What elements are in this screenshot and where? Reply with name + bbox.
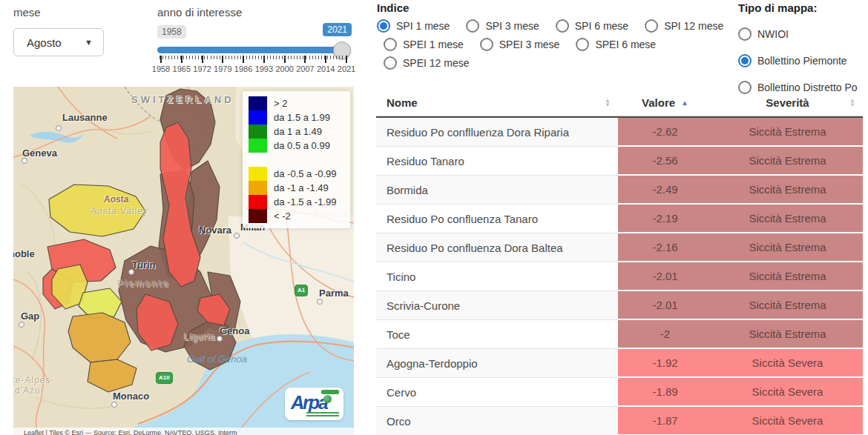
radio-icon[interactable] — [738, 27, 752, 41]
radio-option-spi-3-mese[interactable]: SPI 3 mese — [466, 19, 539, 33]
table-row[interactable]: Ticino-2.01Siccità Estrema — [376, 262, 863, 291]
value-cell: -2.01 — [618, 291, 712, 320]
map-label-noble: noble — [13, 248, 35, 259]
severity-cell: Siccità Estrema — [712, 205, 863, 233]
arpa-logo-globe-icon — [323, 395, 332, 403]
basin-name-cell: Residuo Po confluenza Dora Baltea — [376, 233, 618, 262]
severity-cell: Siccità Estrema — [712, 147, 863, 176]
severity-cell: Siccità Estrema — [712, 176, 863, 205]
column-header-label: Severità — [766, 96, 809, 109]
radio-option-spei-1-mese[interactable]: SPEI 1 mese — [384, 38, 464, 51]
table-row[interactable]: Agogna-Terdoppio-1.92Siccità Severa — [376, 349, 863, 378]
table-row[interactable]: Residuo Po confluenza Tanaro-2.19Siccità… — [376, 205, 863, 233]
legend-label: da 1 a 1.49 — [274, 126, 322, 137]
legend-label: da -0.5 a -0.99 — [274, 168, 337, 179]
slider-major-tick — [304, 56, 306, 63]
radio-icon[interactable] — [738, 54, 752, 67]
slider-tick-label: 1965 — [173, 64, 191, 73]
radio-icon[interactable] — [576, 38, 589, 51]
radio-option-bollettino-piemonte[interactable]: Bollettino Piemonte — [738, 54, 847, 67]
radio-icon[interactable] — [384, 38, 397, 51]
slider-major-tick — [160, 56, 162, 63]
legend-swatch — [249, 110, 267, 124]
column-header-severità[interactable]: Severità▲▼ — [712, 90, 863, 116]
map-label-e-d-azur: e d'Azur — [13, 385, 45, 396]
table-row[interactable]: Residuo Po confluenza Dora Baltea-2.16Si… — [376, 233, 863, 262]
radio-option-spei-6-mese[interactable]: SPEI 6 mese — [576, 38, 656, 51]
radio-icon[interactable] — [480, 38, 493, 51]
table-row[interactable]: Residuo Po conflluenza Dora Riparia-2.62… — [376, 118, 863, 147]
radio-option-spei-12-mese[interactable]: SPEI 12 mese — [384, 56, 470, 70]
legend-row: da -1.5 a -1.99 — [249, 195, 344, 209]
slider-track[interactable] — [157, 47, 349, 53]
value-cell: -2 — [618, 320, 712, 349]
map-label-aosta: Aosta — [104, 194, 128, 205]
slider-tick-label: 2021 — [338, 64, 355, 73]
year-slider[interactable]: 1958 2021 195819651972197919861993200020… — [157, 25, 349, 73]
month-select[interactable]: Agosto ▼ — [13, 28, 104, 56]
radio-label: SPI 1 mese — [396, 20, 450, 32]
column-header-valore[interactable]: Valore▲ — [618, 90, 712, 116]
drought-map[interactable]: SWITZERLANDLausanneGenevanobleAostaAosta… — [13, 87, 354, 435]
table-row[interactable]: Bormida-2.49Siccità Estrema — [376, 176, 863, 205]
radio-icon[interactable] — [377, 19, 390, 33]
basin-name-cell: Bormida — [376, 176, 618, 205]
severity-cell: Siccità Estrema — [712, 291, 863, 320]
sort-icon[interactable]: ▲▼ — [605, 99, 611, 107]
basin-name-cell: Residuo Tanaro — [376, 147, 618, 176]
chevron-down-icon: ▼ — [85, 38, 93, 47]
highway-shield-a10: A10 — [156, 372, 173, 384]
legend-row: da -0.5 a -0.99 — [249, 167, 344, 181]
table-row[interactable]: Orco-1.87Siccità Severa — [376, 407, 863, 435]
radio-label: SPEI 1 mese — [403, 39, 464, 50]
radio-label: Bollettino Piemonte — [757, 55, 847, 67]
slider-major-tick — [263, 56, 265, 63]
value-cell: -1.92 — [618, 349, 712, 378]
value-cell: -1.87 — [618, 407, 712, 435]
radio-option-spi-6-mese[interactable]: SPI 6 mese — [556, 19, 628, 33]
radio-option-spi-12-mese[interactable]: SPI 12 mese — [645, 19, 723, 33]
radio-option-spi-1-mese[interactable]: SPI 1 mese — [377, 19, 450, 33]
radio-icon[interactable] — [466, 19, 479, 33]
legend-row: da -1 a -1.49 — [249, 181, 344, 195]
highway-shield-a1: A1 — [295, 285, 308, 296]
arpa-logo-banner — [321, 390, 339, 394]
radio-label: SPI 3 mese — [485, 20, 539, 32]
drought-table: Nome▲▼Valore▲Severità▲▼ Residuo Po confl… — [376, 90, 863, 435]
column-header-label: Nome — [387, 96, 418, 109]
legend-row: da 0.5 a 0.99 — [249, 139, 344, 153]
table-row[interactable]: Scrivia-Curone-2.01Siccità Estrema — [376, 291, 863, 320]
month-select-value: Agosto — [27, 36, 62, 49]
radio-option-nwioi[interactable]: NWIOI — [738, 27, 789, 41]
radio-icon[interactable] — [384, 56, 397, 70]
slider-major-tick — [346, 56, 347, 63]
column-header-nome[interactable]: Nome▲▼ — [376, 90, 618, 116]
sort-ascending-icon[interactable]: ▲ — [681, 99, 688, 107]
legend-swatch — [249, 153, 267, 167]
map-label-switzerland: SWITZERLAND — [131, 94, 234, 105]
severity-cell: Siccità Severa — [712, 407, 863, 435]
basin-name-cell: Residuo Po conflluenza Dora Riparia — [376, 118, 618, 147]
radio-option-spei-3-mese[interactable]: SPEI 3 mese — [480, 38, 560, 51]
radio-icon[interactable] — [645, 19, 658, 33]
slider-major-tick — [284, 56, 286, 63]
table-row[interactable]: Cervo-1.89Siccità Severa — [376, 378, 863, 407]
radio-icon[interactable] — [556, 19, 569, 33]
slider-major-tick — [222, 56, 223, 63]
value-cell: -2.56 — [618, 147, 712, 176]
table-row[interactable]: Toce-2Siccità Estrema — [376, 320, 863, 349]
basin-name-cell: Toce — [376, 320, 618, 349]
sort-icon[interactable]: ▲▼ — [849, 99, 855, 107]
city-dot-marker — [128, 269, 134, 275]
slider-value-badge: 2021 — [323, 23, 352, 36]
value-cell: -2.01 — [618, 262, 712, 291]
map-type-group-title: Tipo di mappa: — [738, 1, 868, 14]
slider-major-tick — [325, 56, 326, 63]
map-attribution: Leaflet | Tiles © Esri — Source: Esri, D… — [13, 428, 354, 435]
legend-label: da 1.5 a 1.99 — [274, 112, 330, 123]
table-row[interactable]: Residuo Tanaro-2.56Siccità Estrema — [376, 147, 863, 176]
severity-cell: Siccità Severa — [712, 378, 863, 407]
slider-major-tick — [202, 56, 203, 63]
legend-label: < -2 — [274, 210, 291, 222]
legend-swatch — [249, 96, 267, 110]
